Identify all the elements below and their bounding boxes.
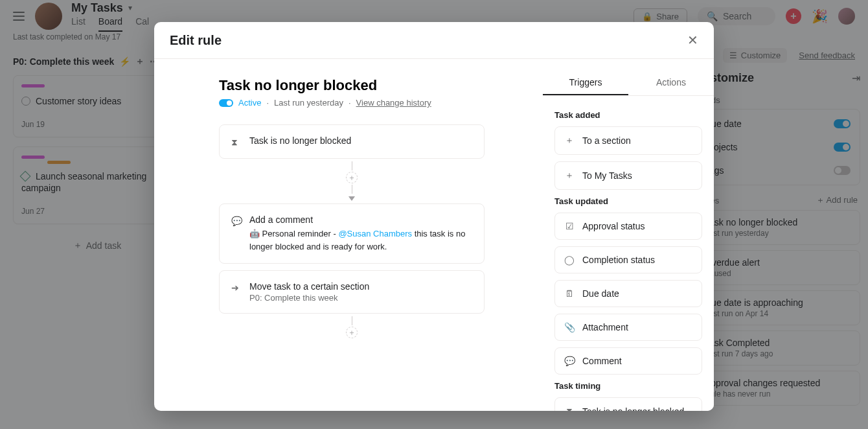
trigger-option-comment[interactable]: 💬Comment — [554, 347, 702, 375]
group-task-timing: Task timing — [554, 381, 702, 391]
hourglass-icon: ⧗ — [564, 406, 575, 411]
check-circle-icon: ◯ — [564, 255, 575, 265]
rule-active-toggle[interactable] — [219, 99, 233, 107]
arrow-down-icon — [348, 195, 355, 201]
trigger-option-to-section[interactable]: ＋To a section — [554, 126, 702, 155]
trigger-block[interactable]: ⧗ Task is no longer blocked — [219, 124, 485, 159]
move-target: P0: Complete this week — [249, 293, 369, 303]
tab-actions[interactable]: Actions — [628, 71, 714, 95]
add-step-button[interactable]: ＋ — [346, 172, 358, 183]
comment-icon: 💬 — [564, 356, 575, 366]
rule-status-line: Active · Last run yesterday · View chang… — [219, 98, 485, 108]
trigger-option-attachment[interactable]: 📎Attachment — [554, 314, 702, 341]
active-label: Active — [238, 98, 261, 108]
rule-editor-pane: Active · Last run yesterday · View chang… — [154, 59, 543, 411]
mention[interactable]: @Susan Chambers — [338, 229, 412, 238]
close-icon[interactable]: ✕ — [687, 32, 698, 48]
modal-overlay: Edit rule ✕ Active · Last run yesterday … — [0, 0, 868, 429]
group-task-added: Task added — [554, 110, 702, 120]
comment-heading: Add a comment — [249, 214, 472, 225]
add-step-button[interactable]: ＋ — [346, 327, 358, 338]
modal-title: Edit rule — [170, 33, 222, 48]
trigger-option-completion[interactable]: ◯Completion status — [554, 246, 702, 273]
action-comment-block[interactable]: 💬 Add a comment 🤖 Personal reminder - @S… — [219, 203, 485, 264]
edit-rule-modal: Edit rule ✕ Active · Last run yesterday … — [154, 22, 714, 411]
plus-icon: ＋ — [564, 170, 575, 181]
rule-name-input[interactable] — [219, 77, 485, 94]
hourglass-icon: ⧗ — [231, 137, 242, 148]
flow-connector: ＋ — [219, 316, 485, 338]
approval-icon: ☑ — [564, 221, 575, 231]
trigger-option-approval[interactable]: ☑Approval status — [554, 213, 702, 240]
flow-connector: ＋ — [219, 161, 485, 201]
trigger-option-no-longer-blocked[interactable]: ⧗Task is no longer blocked — [554, 397, 702, 411]
action-move-block[interactable]: ➔ Move task to a certain section P0: Com… — [219, 270, 485, 314]
comment-icon: 💬 — [231, 216, 242, 226]
view-history-link[interactable]: View change history — [356, 98, 431, 108]
paperclip-icon: 📎 — [564, 322, 575, 332]
trigger-option-to-my-tasks[interactable]: ＋To My Tasks — [554, 161, 702, 190]
move-heading: Move task to a certain section — [249, 281, 369, 292]
trigger-picker-pane: Triggers Actions Task added ＋To a sectio… — [543, 59, 714, 411]
comment-body: 🤖 Personal reminder - @Susan Chambers th… — [249, 227, 472, 253]
move-icon: ➔ — [231, 283, 242, 293]
group-task-updated: Task updated — [554, 196, 702, 206]
trigger-label: Task is no longer blocked — [249, 135, 351, 146]
trigger-option-due-date[interactable]: 🗓Due date — [554, 280, 702, 307]
plus-icon: ＋ — [564, 135, 575, 146]
last-run-label: Last run yesterday — [274, 98, 343, 108]
tab-triggers[interactable]: Triggers — [543, 71, 628, 95]
calendar-icon: 🗓 — [564, 288, 575, 299]
